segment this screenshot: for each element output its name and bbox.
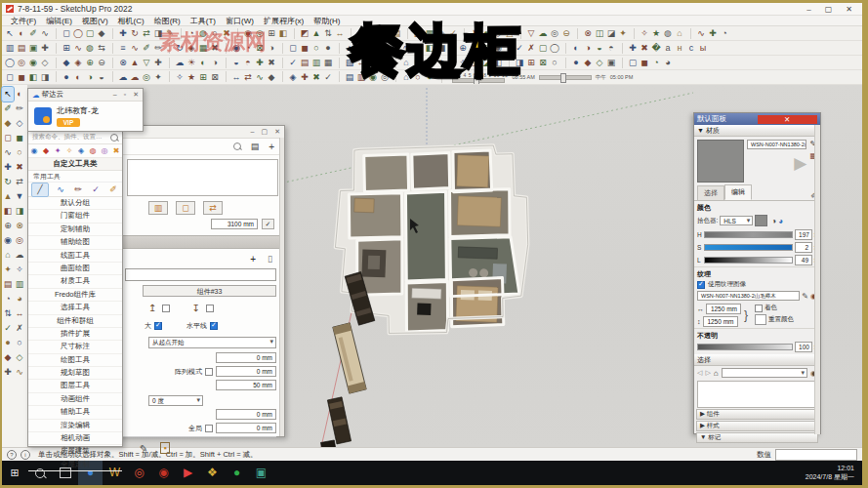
- length-input-2[interactable]: 0 mm: [216, 366, 276, 377]
- toolbar-icon[interactable]: ◔: [650, 57, 662, 69]
- toolbar-icon[interactable]: ◒: [96, 71, 107, 84]
- toolbar-icon[interactable]: ✓: [322, 71, 334, 84]
- toolbar-icon[interactable]: ◧: [2, 204, 14, 219]
- toolbar-icon[interactable]: ⊞: [525, 57, 537, 69]
- toolbar-icon[interactable]: ◇: [14, 350, 25, 365]
- toolbar-icon[interactable]: ▢: [537, 42, 549, 55]
- toolbar-icon[interactable]: �: [650, 42, 662, 55]
- toolbar-icon[interactable]: ✦: [2, 263, 14, 277]
- shadow-time-slider[interactable]: [539, 75, 592, 80]
- length-input-1[interactable]: 0 mm: [216, 352, 276, 363]
- toolbar-icon[interactable]: ◔: [719, 27, 730, 40]
- toolbar-icon[interactable]: ✚: [2, 160, 14, 175]
- toolbar-icon[interactable]: ✓: [287, 57, 299, 69]
- tool-group-item[interactable]: 定制辅助: [28, 224, 122, 236]
- toolbar-icon[interactable]: ✦: [617, 27, 629, 40]
- toolbar-icon[interactable]: ●: [322, 42, 334, 55]
- pin-end-icon[interactable]: ↧: [191, 303, 199, 313]
- toolbar-icon[interactable]: ✐: [107, 183, 119, 196]
- toolbar-icon[interactable]: ▲: [129, 57, 141, 69]
- tool-group-item[interactable]: 绘图工具: [28, 354, 122, 367]
- toolbar-icon[interactable]: а: [662, 42, 674, 55]
- pin-end-checkbox[interactable]: [206, 305, 214, 312]
- toolbar-icon[interactable]: ✗: [14, 321, 25, 336]
- toolbar-icon[interactable]: ▥: [310, 57, 322, 69]
- toolbar-icon[interactable]: ∿: [129, 42, 141, 55]
- component-select-button[interactable]: 组件#33: [143, 285, 276, 297]
- clamp-icon[interactable]: ▪: [160, 442, 169, 454]
- toolbar-icon[interactable]: ◑: [582, 42, 594, 55]
- scale-checkbox[interactable]: [154, 322, 162, 330]
- toolbar-icon[interactable]: ✖: [110, 144, 122, 157]
- toolbar-icon[interactable]: ↻: [2, 175, 14, 189]
- toolbar-icon[interactable]: ◆: [2, 116, 14, 131]
- toolbar-icon[interactable]: ✐: [27, 27, 39, 40]
- tool-group-item[interactable]: 默认分组: [28, 197, 122, 210]
- toolbar-icon[interactable]: ✖: [310, 71, 322, 84]
- toolbar-icon[interactable]: ✚: [254, 57, 266, 69]
- toolbar-icon[interactable]: ◆: [61, 57, 72, 69]
- toolbar-icon[interactable]: ▼: [14, 189, 25, 204]
- toolbar-icon[interactable]: ◐: [570, 42, 582, 55]
- toolbar-icon[interactable]: ✖: [639, 42, 650, 55]
- toolbar-icon[interactable]: ○: [310, 42, 322, 55]
- toolbar-icon[interactable]: ы: [697, 42, 709, 55]
- toolbar-icon[interactable]: ⊠: [537, 57, 549, 69]
- origin-mode-select[interactable]: 从起点开始: [148, 337, 276, 348]
- toolbar-icon[interactable]: ◎: [16, 57, 27, 69]
- toolbar-icon[interactable]: ▽: [525, 27, 537, 40]
- toolbar-icon[interactable]: ●: [570, 57, 582, 69]
- toolbar-icon[interactable]: ⇄: [141, 27, 152, 40]
- toolbar-icon[interactable]: ∿: [55, 183, 66, 196]
- toolbar-icon[interactable]: ⇆: [96, 42, 107, 55]
- menu-item[interactable]: 扩展程序(x): [259, 16, 309, 26]
- toolbar-icon[interactable]: ∿: [14, 365, 25, 380]
- toolbar-icon[interactable]: ↖: [4, 27, 16, 40]
- toolbar-icon[interactable]: ⊠: [209, 71, 221, 84]
- toolbar-icon[interactable]: ✧: [639, 27, 650, 40]
- toolbar-icon[interactable]: ✏: [14, 102, 25, 116]
- toolbar-icon[interactable]: ◯: [72, 27, 84, 40]
- form-save-icon[interactable]: ▤: [251, 142, 260, 151]
- toolbar-icon[interactable]: ●: [61, 71, 72, 84]
- tool-group-item[interactable]: 相机动画: [28, 432, 122, 445]
- measurements-input[interactable]: [775, 449, 857, 461]
- toolbar-icon[interactable]: ◈: [75, 144, 87, 157]
- toolbar-icon[interactable]: ✚: [2, 365, 14, 380]
- toolbar-icon[interactable]: ✏: [72, 183, 84, 196]
- add-item-button[interactable]: +: [250, 254, 256, 264]
- toolbar-icon[interactable]: ✚: [299, 71, 310, 84]
- toolbar-icon[interactable]: ○: [549, 57, 560, 69]
- cloud-close-button[interactable]: ✕: [133, 91, 139, 99]
- toolbar-icon[interactable]: ↔: [334, 27, 346, 40]
- toolbar-icon[interactable]: ◧: [27, 71, 39, 84]
- toolbar-icon[interactable]: ◆: [40, 144, 52, 157]
- tool-group-item[interactable]: 门窗组件: [28, 210, 122, 223]
- toolbar-icon[interactable]: ◎: [14, 233, 25, 248]
- toolbar-icon[interactable]: ⇅: [322, 27, 334, 40]
- toolbar-icon[interactable]: ●: [2, 336, 14, 350]
- toolbar-icon[interactable]: ◫: [594, 27, 605, 40]
- toolbar-icon[interactable]: ⊕: [84, 57, 96, 69]
- toolbar-icon[interactable]: ◕: [14, 292, 25, 306]
- toolbar-icon[interactable]: н: [674, 42, 685, 55]
- tool-group-item[interactable]: 动画组件: [28, 393, 122, 406]
- toolbar-icon[interactable]: ◒: [230, 57, 242, 69]
- angle-select[interactable]: 0 度: [148, 395, 203, 406]
- name-input[interactable]: [125, 268, 276, 281]
- toolbar-icon[interactable]: ✦: [52, 144, 63, 157]
- toolbar-icon[interactable]: ≡: [117, 42, 129, 55]
- tool-group-item[interactable]: 渲染编辑: [28, 420, 122, 432]
- toolbar-icon[interactable]: ◎: [141, 71, 152, 84]
- toolbar-icon[interactable]: ◨: [39, 71, 51, 84]
- toolbar-icon[interactable]: ◼: [639, 57, 650, 69]
- toolbar-icon[interactable]: ☁: [117, 71, 129, 84]
- tool-group-item[interactable]: 规划草图: [28, 367, 122, 380]
- tool-group-item[interactable]: 组件和群组: [28, 315, 122, 328]
- form-close-button[interactable]: ✕: [274, 128, 280, 136]
- toolbar-icon[interactable]: ✓: [2, 321, 14, 336]
- toolbar-icon[interactable]: ✐: [141, 42, 152, 55]
- tool-group-item[interactable]: 曲面绘图: [28, 263, 122, 275]
- toolbar-icon[interactable]: ⇄: [242, 71, 254, 84]
- toolbar-icon[interactable]: ★: [186, 71, 197, 84]
